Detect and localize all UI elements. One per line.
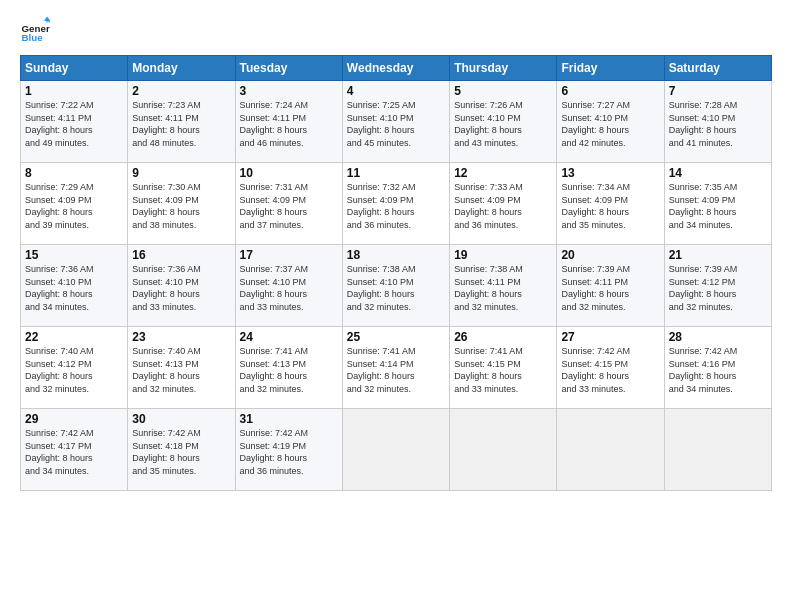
calendar-cell: 18Sunrise: 7:38 AMSunset: 4:10 PMDayligh… xyxy=(342,245,449,327)
day-info: Sunrise: 7:41 AMSunset: 4:14 PMDaylight:… xyxy=(347,345,445,395)
day-number: 1 xyxy=(25,84,123,98)
weekday-header-wednesday: Wednesday xyxy=(342,56,449,81)
day-number: 7 xyxy=(669,84,767,98)
day-info: Sunrise: 7:23 AMSunset: 4:11 PMDaylight:… xyxy=(132,99,230,149)
weekday-header-thursday: Thursday xyxy=(450,56,557,81)
calendar-cell xyxy=(664,409,771,491)
day-info: Sunrise: 7:36 AMSunset: 4:10 PMDaylight:… xyxy=(25,263,123,313)
calendar-cell: 6Sunrise: 7:27 AMSunset: 4:10 PMDaylight… xyxy=(557,81,664,163)
calendar-cell: 21Sunrise: 7:39 AMSunset: 4:12 PMDayligh… xyxy=(664,245,771,327)
calendar-cell: 14Sunrise: 7:35 AMSunset: 4:09 PMDayligh… xyxy=(664,163,771,245)
weekday-header-monday: Monday xyxy=(128,56,235,81)
day-info: Sunrise: 7:40 AMSunset: 4:12 PMDaylight:… xyxy=(25,345,123,395)
day-info: Sunrise: 7:37 AMSunset: 4:10 PMDaylight:… xyxy=(240,263,338,313)
weekday-header-saturday: Saturday xyxy=(664,56,771,81)
day-number: 23 xyxy=(132,330,230,344)
day-number: 14 xyxy=(669,166,767,180)
day-info: Sunrise: 7:27 AMSunset: 4:10 PMDaylight:… xyxy=(561,99,659,149)
calendar-cell: 7Sunrise: 7:28 AMSunset: 4:10 PMDaylight… xyxy=(664,81,771,163)
day-info: Sunrise: 7:30 AMSunset: 4:09 PMDaylight:… xyxy=(132,181,230,231)
calendar-cell: 20Sunrise: 7:39 AMSunset: 4:11 PMDayligh… xyxy=(557,245,664,327)
calendar-cell: 3Sunrise: 7:24 AMSunset: 4:11 PMDaylight… xyxy=(235,81,342,163)
day-info: Sunrise: 7:26 AMSunset: 4:10 PMDaylight:… xyxy=(454,99,552,149)
day-number: 18 xyxy=(347,248,445,262)
day-info: Sunrise: 7:35 AMSunset: 4:09 PMDaylight:… xyxy=(669,181,767,231)
calendar-cell: 11Sunrise: 7:32 AMSunset: 4:09 PMDayligh… xyxy=(342,163,449,245)
calendar-cell: 30Sunrise: 7:42 AMSunset: 4:18 PMDayligh… xyxy=(128,409,235,491)
week-row-2: 8Sunrise: 7:29 AMSunset: 4:09 PMDaylight… xyxy=(21,163,772,245)
day-number: 26 xyxy=(454,330,552,344)
calendar-cell: 22Sunrise: 7:40 AMSunset: 4:12 PMDayligh… xyxy=(21,327,128,409)
week-row-3: 15Sunrise: 7:36 AMSunset: 4:10 PMDayligh… xyxy=(21,245,772,327)
day-info: Sunrise: 7:42 AMSunset: 4:16 PMDaylight:… xyxy=(669,345,767,395)
day-info: Sunrise: 7:42 AMSunset: 4:18 PMDaylight:… xyxy=(132,427,230,477)
day-info: Sunrise: 7:32 AMSunset: 4:09 PMDaylight:… xyxy=(347,181,445,231)
calendar-table: SundayMondayTuesdayWednesdayThursdayFrid… xyxy=(20,55,772,491)
day-info: Sunrise: 7:33 AMSunset: 4:09 PMDaylight:… xyxy=(454,181,552,231)
logo-icon: General Blue xyxy=(20,15,50,45)
calendar-cell: 1Sunrise: 7:22 AMSunset: 4:11 PMDaylight… xyxy=(21,81,128,163)
calendar-cell: 31Sunrise: 7:42 AMSunset: 4:19 PMDayligh… xyxy=(235,409,342,491)
day-number: 15 xyxy=(25,248,123,262)
calendar-cell: 13Sunrise: 7:34 AMSunset: 4:09 PMDayligh… xyxy=(557,163,664,245)
day-number: 17 xyxy=(240,248,338,262)
day-number: 11 xyxy=(347,166,445,180)
day-number: 9 xyxy=(132,166,230,180)
day-info: Sunrise: 7:38 AMSunset: 4:10 PMDaylight:… xyxy=(347,263,445,313)
day-number: 30 xyxy=(132,412,230,426)
calendar-cell xyxy=(450,409,557,491)
day-number: 2 xyxy=(132,84,230,98)
day-number: 3 xyxy=(240,84,338,98)
day-number: 20 xyxy=(561,248,659,262)
calendar-cell: 23Sunrise: 7:40 AMSunset: 4:13 PMDayligh… xyxy=(128,327,235,409)
svg-text:Blue: Blue xyxy=(22,32,44,43)
weekday-header-tuesday: Tuesday xyxy=(235,56,342,81)
calendar-page: General Blue SundayMondayTuesdayWednesda… xyxy=(0,0,792,612)
day-info: Sunrise: 7:34 AMSunset: 4:09 PMDaylight:… xyxy=(561,181,659,231)
weekday-header-friday: Friday xyxy=(557,56,664,81)
day-info: Sunrise: 7:24 AMSunset: 4:11 PMDaylight:… xyxy=(240,99,338,149)
calendar-cell: 2Sunrise: 7:23 AMSunset: 4:11 PMDaylight… xyxy=(128,81,235,163)
day-number: 28 xyxy=(669,330,767,344)
calendar-cell: 28Sunrise: 7:42 AMSunset: 4:16 PMDayligh… xyxy=(664,327,771,409)
calendar-cell: 25Sunrise: 7:41 AMSunset: 4:14 PMDayligh… xyxy=(342,327,449,409)
calendar-cell: 9Sunrise: 7:30 AMSunset: 4:09 PMDaylight… xyxy=(128,163,235,245)
day-info: Sunrise: 7:22 AMSunset: 4:11 PMDaylight:… xyxy=(25,99,123,149)
day-info: Sunrise: 7:42 AMSunset: 4:15 PMDaylight:… xyxy=(561,345,659,395)
day-info: Sunrise: 7:38 AMSunset: 4:11 PMDaylight:… xyxy=(454,263,552,313)
day-info: Sunrise: 7:29 AMSunset: 4:09 PMDaylight:… xyxy=(25,181,123,231)
day-number: 10 xyxy=(240,166,338,180)
day-info: Sunrise: 7:42 AMSunset: 4:19 PMDaylight:… xyxy=(240,427,338,477)
calendar-cell: 5Sunrise: 7:26 AMSunset: 4:10 PMDaylight… xyxy=(450,81,557,163)
day-number: 27 xyxy=(561,330,659,344)
calendar-cell: 29Sunrise: 7:42 AMSunset: 4:17 PMDayligh… xyxy=(21,409,128,491)
weekday-header-sunday: Sunday xyxy=(21,56,128,81)
day-number: 24 xyxy=(240,330,338,344)
calendar-cell: 24Sunrise: 7:41 AMSunset: 4:13 PMDayligh… xyxy=(235,327,342,409)
day-info: Sunrise: 7:41 AMSunset: 4:15 PMDaylight:… xyxy=(454,345,552,395)
calendar-cell: 8Sunrise: 7:29 AMSunset: 4:09 PMDaylight… xyxy=(21,163,128,245)
weekday-header-row: SundayMondayTuesdayWednesdayThursdayFrid… xyxy=(21,56,772,81)
day-info: Sunrise: 7:28 AMSunset: 4:10 PMDaylight:… xyxy=(669,99,767,149)
week-row-1: 1Sunrise: 7:22 AMSunset: 4:11 PMDaylight… xyxy=(21,81,772,163)
day-info: Sunrise: 7:39 AMSunset: 4:11 PMDaylight:… xyxy=(561,263,659,313)
day-info: Sunrise: 7:42 AMSunset: 4:17 PMDaylight:… xyxy=(25,427,123,477)
day-number: 6 xyxy=(561,84,659,98)
calendar-cell: 17Sunrise: 7:37 AMSunset: 4:10 PMDayligh… xyxy=(235,245,342,327)
calendar-cell: 12Sunrise: 7:33 AMSunset: 4:09 PMDayligh… xyxy=(450,163,557,245)
day-number: 5 xyxy=(454,84,552,98)
day-number: 13 xyxy=(561,166,659,180)
week-row-4: 22Sunrise: 7:40 AMSunset: 4:12 PMDayligh… xyxy=(21,327,772,409)
day-number: 31 xyxy=(240,412,338,426)
day-number: 25 xyxy=(347,330,445,344)
calendar-cell xyxy=(557,409,664,491)
day-number: 19 xyxy=(454,248,552,262)
page-header: General Blue xyxy=(20,15,772,45)
day-info: Sunrise: 7:39 AMSunset: 4:12 PMDaylight:… xyxy=(669,263,767,313)
day-info: Sunrise: 7:41 AMSunset: 4:13 PMDaylight:… xyxy=(240,345,338,395)
logo: General Blue xyxy=(20,15,44,45)
calendar-cell: 27Sunrise: 7:42 AMSunset: 4:15 PMDayligh… xyxy=(557,327,664,409)
day-number: 12 xyxy=(454,166,552,180)
day-info: Sunrise: 7:36 AMSunset: 4:10 PMDaylight:… xyxy=(132,263,230,313)
day-number: 21 xyxy=(669,248,767,262)
